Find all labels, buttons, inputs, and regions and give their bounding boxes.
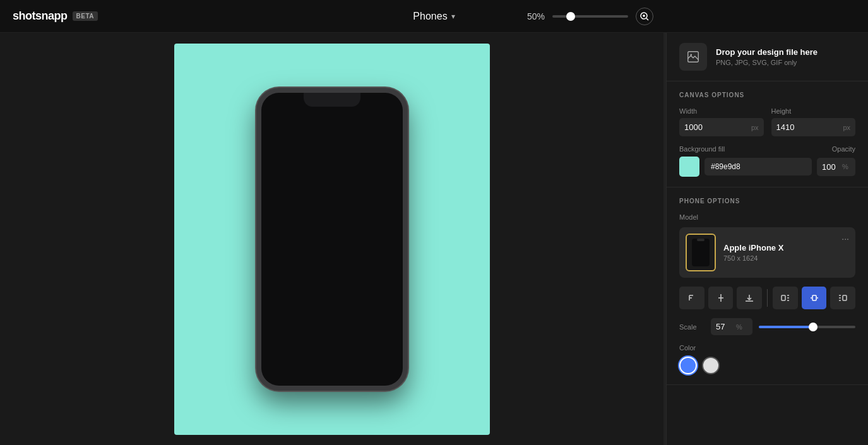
canvas-area: [0, 33, 663, 445]
header-center: Phones ▾: [413, 11, 455, 22]
color-swatches-label: Color: [679, 344, 855, 352]
color-section: Color: [679, 344, 855, 374]
model-info: Apple iPhone X 750 x 1624: [723, 243, 783, 262]
height-input[interactable]: [771, 118, 843, 136]
logo-text: shotsnapp: [13, 9, 68, 23]
orientation-row: [679, 287, 855, 309]
scale-row: Scale %: [679, 318, 855, 335]
phone-section-title: PHONE OPTIONS: [679, 198, 855, 205]
drop-text: Drop your design file here PNG, JPG, SVG…: [716, 47, 817, 66]
color-swatches-row: [679, 357, 855, 374]
height-label: Height: [771, 107, 856, 115]
width-unit: px: [751, 124, 764, 131]
header: shotsnapp BETA Phones ▾ 50%: [0, 0, 868, 33]
phone-color-silver[interactable]: [702, 357, 720, 374]
drop-subtitle: PNG, JPG, SVG, GIF only: [716, 59, 817, 66]
bg-color-swatch[interactable]: [679, 157, 699, 177]
model-label: Model: [679, 213, 855, 221]
model-name: Apple iPhone X: [723, 243, 783, 252]
canvas-options-section: CANVAS OPTIONS Width px Height px: [667, 81, 868, 187]
phone-button-mute: [256, 143, 258, 162]
phones-label: Phones: [413, 11, 447, 22]
phone-mockup: [256, 88, 408, 391]
bg-fill-label: Background fill: [679, 145, 826, 153]
phone-color-blue[interactable]: [679, 357, 697, 374]
scale-input[interactable]: [711, 318, 736, 335]
height-unit: px: [843, 124, 855, 131]
canvas-background: [174, 44, 490, 435]
width-field-group: Width px: [679, 107, 764, 136]
svg-rect-22: [843, 295, 847, 300]
canvas-section-title: CANVAS OPTIONS: [679, 92, 855, 98]
logo-area: shotsnapp BETA: [13, 9, 98, 23]
scale-slider[interactable]: [759, 326, 855, 328]
orient-btn-bottom[interactable]: [737, 287, 762, 309]
phone-options-section: PHONE OPTIONS Model Apple iPhone X 750 x…: [667, 187, 868, 385]
width-label: Width: [679, 107, 764, 115]
width-input[interactable]: [679, 118, 751, 136]
scale-unit: %: [736, 323, 746, 331]
model-thumbnail: [686, 234, 716, 271]
phone-button-vol-up: [256, 169, 258, 200]
model-thumb-notch: [697, 239, 705, 241]
dimensions-row: Width px Height px: [679, 107, 855, 136]
chevron-down-icon: ▾: [451, 12, 455, 21]
pos-btn-right[interactable]: [830, 287, 855, 309]
zoom-in-button[interactable]: [636, 8, 653, 25]
svg-rect-15: [782, 295, 785, 300]
opacity-wrap: %: [817, 158, 855, 176]
orient-btn-center[interactable]: [708, 287, 734, 309]
phone-button-vol-down: [256, 206, 258, 238]
model-more-button[interactable]: ···: [841, 234, 849, 244]
phone-notch: [304, 93, 360, 107]
phone-screen: [261, 93, 403, 386]
drop-zone[interactable]: Drop your design file here PNG, JPG, SVG…: [667, 33, 868, 81]
orient-btn-text[interactable]: [679, 287, 705, 309]
color-row: %: [679, 157, 855, 177]
drop-title: Drop your design file here: [716, 47, 817, 57]
bg-color-hex-input[interactable]: [705, 158, 812, 175]
scale-label: Scale: [679, 323, 705, 331]
bg-fill-header-row: Background fill Opacity: [679, 145, 855, 153]
svg-rect-19: [812, 295, 816, 300]
svg-line-3: [646, 18, 648, 20]
phone-button-power: [407, 169, 408, 213]
phone-outer: [256, 88, 408, 391]
opacity-label: Opacity: [832, 145, 855, 153]
zoom-label: 50%: [527, 11, 545, 21]
scale-input-wrap: %: [711, 318, 752, 335]
right-panel: Drop your design file here PNG, JPG, SVG…: [666, 33, 868, 445]
main: Drop your design file here PNG, JPG, SVG…: [0, 33, 868, 445]
phones-dropdown[interactable]: Phones ▾: [413, 11, 455, 22]
height-field-group: Height px: [771, 107, 856, 136]
zoom-slider[interactable]: [552, 15, 628, 18]
pos-btn-center[interactable]: [802, 287, 827, 309]
header-right: 50%: [527, 8, 653, 25]
opacity-input[interactable]: [817, 158, 842, 176]
upload-icon: [679, 43, 707, 71]
width-input-wrap: px: [679, 118, 764, 136]
model-dimensions: 750 x 1624: [723, 254, 783, 262]
image-upload-svg: [686, 50, 700, 64]
model-thumb-inner: [692, 239, 710, 266]
model-card: Apple iPhone X 750 x 1624 ···: [679, 227, 855, 278]
opacity-unit: %: [842, 163, 853, 170]
svg-point-5: [690, 54, 692, 56]
pos-btn-left[interactable]: [773, 287, 798, 309]
btn-divider: [767, 289, 768, 307]
beta-badge: BETA: [73, 11, 98, 21]
height-input-wrap: px: [771, 118, 856, 136]
